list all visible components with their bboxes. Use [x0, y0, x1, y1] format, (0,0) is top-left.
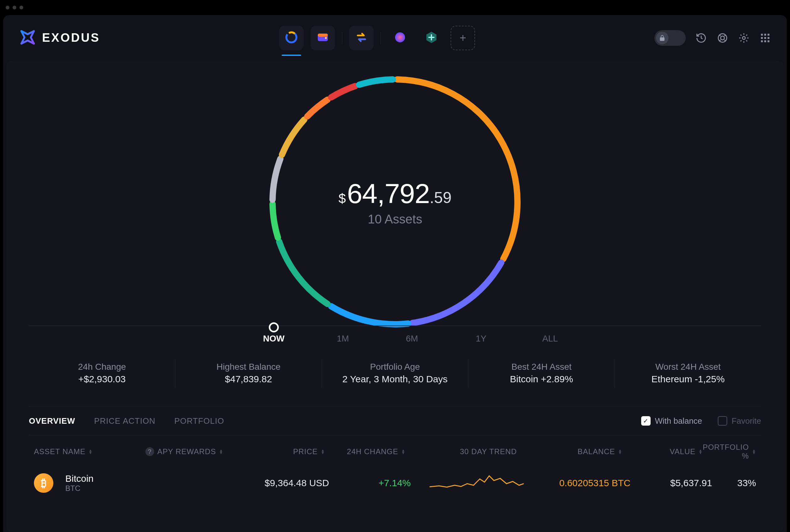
filter-favorite-label: Favorite [732, 416, 761, 426]
stat-card: Best 24H Asset Bitcoin +2.89% [468, 359, 615, 387]
nav-add-button[interactable]: + [451, 26, 475, 50]
svg-rect-3 [318, 34, 328, 37]
brand-logo-icon [19, 28, 36, 48]
nav-profile-button[interactable] [388, 26, 412, 50]
svg-point-9 [742, 36, 746, 39]
donut-center: $ 64,792 .59 10 Assets [266, 73, 524, 330]
stat-label: Best 24H Asset [475, 362, 608, 372]
col-value[interactable]: VALUE ▲▼ [622, 447, 703, 456]
nav-wallet-button[interactable] [311, 26, 335, 50]
checkbox-icon [718, 416, 727, 425]
stats-row: 24h Change +$2,930.03Highest Balance $47… [29, 359, 761, 387]
lock-toggle[interactable] [654, 30, 686, 46]
stat-label: 24h Change [35, 362, 169, 372]
sparkline-icon [430, 473, 524, 492]
settings-button[interactable] [738, 32, 750, 44]
asset-name-cell: Bitcoin BTC [65, 473, 94, 493]
lock-icon [656, 32, 669, 44]
svg-rect-14 [764, 37, 766, 39]
col-balance[interactable]: BALANCE ▲▼ [523, 447, 622, 456]
svg-rect-11 [764, 34, 766, 36]
svg-point-4 [325, 37, 327, 39]
asset-name-label: Bitcoin [65, 473, 94, 484]
list-tab-portfolio[interactable]: PORTFOLIO [174, 416, 224, 426]
brand-name: EXODUS [42, 31, 100, 44]
stat-label: Worst 24H Asset [621, 362, 755, 372]
timeline-item-6m[interactable]: 6M [399, 326, 425, 344]
list-tabs: OVERVIEWPRICE ACTIONPORTFOLIO ✓ With bal… [29, 407, 761, 435]
topbar: EXODUS [3, 15, 787, 61]
balance-cell: 0.60205315 BTC [530, 478, 631, 488]
stat-card: Portfolio Age 2 Year, 3 Month, 30 Days [321, 359, 468, 387]
nav-portfolio-button[interactable] [279, 26, 304, 50]
plus-icon: + [460, 32, 466, 44]
balance-main: 64,792 [347, 178, 430, 210]
window-close-dot[interactable] [6, 6, 10, 10]
stat-card: 24h Change +$2,930.03 [29, 359, 175, 387]
col-portfolio-pct[interactable]: PORTFOLIO % ▲▼ [703, 443, 756, 460]
checkbox-icon: ✓ [641, 416, 651, 425]
svg-rect-18 [768, 40, 770, 42]
col-asset-name[interactable]: ASSET NAME ▲▼ [34, 447, 145, 456]
svg-point-5 [395, 32, 405, 42]
sort-icon: ▲▼ [699, 449, 703, 454]
stat-label: Highest Balance [182, 362, 316, 372]
app-shell: EXODUS [3, 15, 787, 532]
list-tab-price-action[interactable]: PRICE ACTION [94, 416, 155, 426]
nav-apps-button[interactable] [419, 26, 444, 50]
right-controls [654, 30, 771, 46]
stat-value: $47,839.82 [182, 374, 316, 384]
col-30d-trend: 30 DAY TREND [406, 447, 523, 456]
col-apy-rewards[interactable]: ? APY REWARDS ▲▼ [145, 447, 232, 456]
timeline: NOW1M6M1YALL [6, 325, 784, 344]
timeline-item-1m[interactable]: 1M [330, 326, 355, 344]
sort-icon: ▲▼ [219, 449, 223, 454]
filter-with-balance-label: With balance [655, 416, 702, 426]
timeline-item-1y[interactable]: 1Y [469, 326, 494, 344]
svg-rect-10 [761, 34, 763, 36]
stat-value: Ethereum -1,25% [621, 374, 755, 384]
svg-rect-16 [761, 40, 763, 42]
balance-cents: .59 [430, 189, 452, 207]
col-24h-change[interactable]: 24H CHANGE ▲▼ [325, 447, 406, 456]
window-minimize-dot[interactable] [13, 6, 16, 10]
history-button[interactable] [695, 32, 707, 44]
asset-row[interactable]: ₿ Bitcoin BTC $9,364.48 USD +7.14% 0.602… [29, 464, 761, 502]
table-header: ASSET NAME ▲▼ ? APY REWARDS ▲▼ PRICE ▲▼ … [29, 439, 761, 464]
currency-symbol: $ [338, 191, 346, 206]
stat-value: Bitcoin +2.89% [475, 374, 608, 384]
main-nav: + [100, 26, 654, 50]
list-tab-overview[interactable]: OVERVIEW [29, 416, 75, 426]
wallet-icon [316, 31, 330, 45]
bitcoin-icon: ₿ [34, 473, 53, 493]
svg-point-0 [286, 32, 296, 42]
col-price[interactable]: PRICE ▲▼ [232, 447, 325, 456]
help-icon[interactable]: ? [145, 447, 154, 456]
filter-with-balance[interactable]: ✓ With balance [641, 416, 702, 426]
value-cell: $5,637.91 [631, 478, 712, 488]
sort-icon: ▲▼ [401, 449, 406, 454]
filter-favorite[interactable]: Favorite [718, 416, 761, 426]
profile-bubble-icon [393, 31, 407, 45]
main-panel: $ 64,792 .59 10 Assets NOW1M6M1YALL 24h … [6, 61, 784, 532]
stat-card: Worst 24H Asset Ethereum -1,25% [615, 359, 761, 387]
nav-divider [342, 32, 342, 44]
balance-line: $ 64,792 .59 [338, 178, 452, 210]
stat-label: Portfolio Age [328, 362, 462, 372]
portfolio-donut-area: $ 64,792 .59 10 Assets [6, 64, 784, 330]
asset-symbol-label: BTC [65, 484, 94, 493]
pct-cell: 33% [712, 478, 756, 488]
support-button[interactable] [716, 32, 729, 44]
window-titlebar [0, 0, 790, 15]
list-section: OVERVIEWPRICE ACTIONPORTFOLIO ✓ With bal… [29, 406, 761, 435]
sort-icon: ▲▼ [321, 449, 325, 454]
timeline-item-now[interactable]: NOW [261, 326, 286, 344]
apps-grid-button[interactable] [759, 32, 771, 44]
hex-plus-icon [425, 31, 438, 45]
window-maximize-dot[interactable] [19, 6, 23, 10]
svg-rect-17 [764, 40, 766, 42]
assets-count: 10 Assets [368, 212, 422, 226]
sort-icon: ▲▼ [89, 449, 93, 454]
nav-exchange-button[interactable] [349, 26, 374, 50]
timeline-item-all[interactable]: ALL [538, 326, 563, 344]
